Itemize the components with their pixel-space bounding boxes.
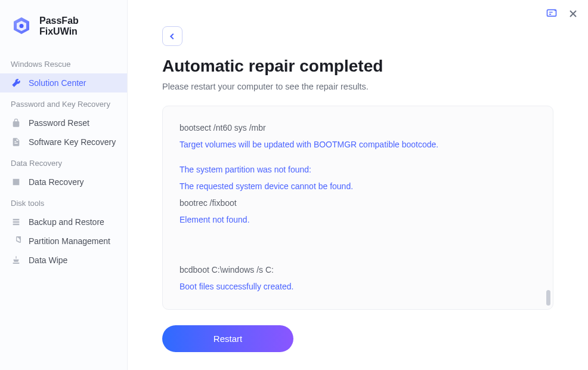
sidebar-item-label: Data Recovery	[29, 177, 84, 187]
backup-icon	[11, 217, 21, 227]
chart-icon	[11, 177, 21, 187]
svg-point-0	[20, 24, 24, 28]
sidebar-item-label: Solution Center	[29, 78, 86, 88]
sidebar: PassFab FixUWin Windows RescueSolution C…	[0, 0, 128, 370]
sidebar-item-label: Data Wipe	[29, 255, 67, 265]
pie-icon	[11, 236, 21, 246]
restart-button-label: Restart	[213, 334, 242, 344]
log-line: bootrec /fixboot	[180, 195, 536, 211]
sidebar-item-label: Partition Management	[29, 236, 110, 246]
sidebar-section-header: Windows Rescue	[0, 53, 127, 73]
sidebar-section-header: Disk tools	[0, 192, 127, 212]
page-subtitle: Please restart your computer to see the …	[162, 82, 553, 91]
log-line: The requested system device cannot be fo…	[180, 178, 536, 195]
sidebar-item-label: Password Reset	[29, 118, 89, 128]
sidebar-item-label: Software Key Recovery	[29, 137, 116, 147]
close-icon[interactable]	[567, 7, 580, 20]
sidebar-item-data-wipe[interactable]: Data Wipe	[0, 251, 127, 270]
log-line	[180, 228, 536, 261]
wrench-icon	[11, 78, 21, 88]
main-content: Automatic repair completed Please restar…	[128, 0, 588, 370]
log-line: Element not found.	[180, 211, 536, 228]
sidebar-item-password-reset[interactable]: Password Reset	[0, 113, 127, 132]
sidebar-sections: Windows RescueSolution CenterPassword an…	[0, 53, 127, 270]
sidebar-section-header: Password and Key Recovery	[0, 92, 127, 113]
app-logo-icon	[11, 16, 32, 37]
repair-log: bootsect /nt60 sys /mbrTarget volumes wi…	[162, 106, 553, 310]
sidebar-item-software-key-recovery[interactable]: Software Key Recovery	[0, 132, 127, 152]
key-file-icon	[11, 137, 21, 147]
restart-button[interactable]: Restart	[162, 325, 293, 352]
brand: PassFab FixUWin	[0, 16, 127, 53]
back-button[interactable]	[162, 26, 182, 46]
app-title: PassFab FixUWin	[39, 16, 116, 37]
log-line	[180, 153, 536, 161]
log-line: bcdboot C:\windows /s C:	[180, 261, 536, 278]
sidebar-item-label: Backup and Restore	[29, 217, 104, 227]
scrollbar-thumb[interactable]	[546, 290, 550, 306]
chevron-left-icon	[168, 32, 177, 41]
window-controls	[545, 7, 580, 20]
lock-icon	[11, 118, 21, 128]
sidebar-item-partition-management[interactable]: Partition Management	[0, 232, 127, 251]
log-line: The system partition was not found:	[180, 161, 536, 178]
log-line: Boot files successfully created.	[180, 278, 536, 295]
log-line: bootsect /nt60 sys /mbr	[180, 119, 536, 136]
sidebar-item-data-recovery[interactable]: Data Recovery	[0, 172, 127, 192]
broom-icon	[11, 255, 21, 266]
feedback-icon[interactable]	[545, 7, 558, 20]
sidebar-item-solution-center[interactable]: Solution Center	[0, 73, 127, 92]
sidebar-section-header: Data Recovery	[0, 152, 127, 172]
log-line: Target volumes will be updated with BOOT…	[180, 136, 536, 153]
page-title: Automatic repair completed	[162, 57, 553, 76]
sidebar-item-backup-and-restore[interactable]: Backup and Restore	[0, 212, 127, 232]
